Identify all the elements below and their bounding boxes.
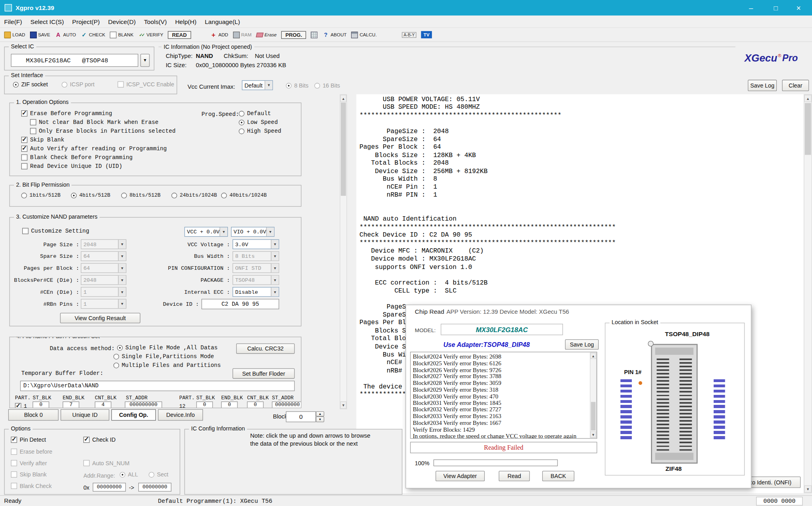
single-file-all-radio[interactable]: Single File Mode ,All Datas — [117, 345, 218, 351]
single-file-partitions-radio[interactable]: Single File,Partitions Mode — [113, 353, 214, 360]
check-id-checkbox[interactable]: Check ID — [84, 437, 116, 443]
vcc-offset-combobox[interactable]: VCC + 0.0V▼ — [184, 227, 228, 237]
toolbar-prog[interactable]: PROG. — [281, 31, 306, 38]
scroll-up-arrow[interactable]: ▲ — [804, 95, 812, 102]
toolbar-check[interactable]: ✓CHECK — [81, 31, 105, 38]
dropdown-arrow-icon[interactable]: ▼ — [266, 227, 274, 236]
block-number-field[interactable]: 0 — [286, 411, 316, 422]
scroll-up-arrow[interactable]: ▲ — [590, 353, 596, 359]
menu-file[interactable]: File(F) — [0, 18, 26, 25]
dropdown-arrow-icon[interactable]: ▼ — [265, 81, 272, 90]
toolbar-read[interactable]: READ — [168, 31, 191, 38]
toolbar-auto[interactable]: AAUTO — [55, 31, 76, 38]
tab-config-op[interactable]: Config Op. — [111, 409, 156, 421]
toolbar-save[interactable]: SAVE — [30, 31, 50, 38]
stblk-left-field[interactable]: 0 — [33, 401, 49, 408]
tab-device-info[interactable]: Device.Info — [158, 409, 203, 421]
toolbar-blank[interactable]: BLANK — [110, 31, 133, 38]
menu-device[interactable]: Device(D) — [104, 18, 140, 25]
left-panel-scrollbar[interactable]: ▲ ▼ — [340, 94, 347, 409]
staddr-left-field[interactable]: 000000000 — [125, 401, 162, 408]
bitflip-8bits-radio[interactable]: 8bits/512B — [121, 193, 161, 198]
vio-offset-combobox[interactable]: VIO + 0.0V▼ — [231, 227, 275, 237]
toolbar-about[interactable]: ?ABOUT — [322, 31, 347, 38]
select-ic-combobox[interactable]: MX30LF2G18AC @TSOP48 — [11, 54, 138, 67]
toolbar-ic-grid[interactable] — [311, 31, 318, 38]
speed-high-radio[interactable]: High Speed — [239, 128, 281, 134]
spinner-down-button[interactable]: ▼ — [316, 416, 324, 422]
cntblk-left-field[interactable]: 4 — [95, 401, 111, 408]
set-buffer-folder-button[interactable]: Set Buffer Floder — [233, 368, 295, 379]
auto-verify-checkbox[interactable]: Auto Verify after reading or Programming — [21, 145, 167, 152]
menu-help[interactable]: Help(H) — [171, 18, 201, 25]
only-erase-partitions-checkbox[interactable]: Only Erase blocks in Partitions selected — [30, 128, 175, 134]
calc-crc32-button[interactable]: Calcu. CRC32 — [236, 343, 295, 354]
minimize-button[interactable]: – — [740, 0, 761, 16]
temp-buffer-path-field[interactable]: D:\Xgpro\UserData\NAND — [20, 381, 295, 391]
dropdown-arrow-icon[interactable]: ▼ — [271, 240, 279, 249]
stblk-right-field[interactable]: 0 — [196, 401, 213, 408]
menu-language[interactable]: Language(L) — [201, 18, 244, 25]
cntblk-right-field[interactable]: 0 — [247, 401, 263, 408]
menu-tools[interactable]: Tools(V) — [140, 18, 171, 25]
menu-select-ic[interactable]: Select IC(S) — [26, 18, 68, 25]
view-config-result-button[interactable]: View Config Resault — [60, 313, 140, 323]
toolbar-calcu[interactable]: CALCU. — [351, 31, 377, 38]
skip-blank-checkbox[interactable]: Skip Blank — [21, 137, 64, 143]
dropdown-arrow-icon[interactable]: ▼ — [271, 287, 279, 296]
scroll-down-arrow[interactable]: ▼ — [804, 485, 812, 492]
dropdown-arrow-icon[interactable]: ▼ — [220, 227, 227, 236]
toolbar-ram[interactable]: RAM — [233, 31, 252, 38]
bitflip-1bits-radio[interactable]: 1bits/512B — [21, 193, 61, 198]
bitflip-40bits-radio[interactable]: 40bits/1024B — [221, 193, 267, 198]
vcc-voltage-combobox[interactable]: 3.0V▼ — [233, 239, 279, 249]
endblk-right-field[interactable]: 0 — [221, 401, 237, 408]
speed-low-radio[interactable]: Low Speed — [239, 119, 278, 126]
toolbar-add[interactable]: +ADD — [210, 31, 228, 38]
maximize-button[interactable]: □ — [765, 0, 786, 16]
menu-project[interactable]: Project(P) — [68, 18, 104, 25]
erase-before-programming-checkbox[interactable]: Erase Before Programming — [21, 110, 112, 117]
staddr-right-field[interactable]: 00000000 — [272, 401, 301, 408]
device-id-field[interactable]: C2 DA 90 95 — [201, 299, 279, 309]
vcc-imax-combobox[interactable]: Default▼ — [242, 80, 273, 90]
toolbar-load[interactable]: LOAD — [4, 31, 25, 38]
clear-button[interactable]: Clear — [782, 80, 809, 92]
read-uid-checkbox[interactable]: Read Device Unique ID (UID) — [21, 163, 122, 169]
internal-ecc-combobox[interactable]: Disable▼ — [233, 287, 279, 297]
partition-1-checkbox[interactable] — [15, 403, 22, 408]
addr-from-field[interactable]: 00000000 — [93, 483, 126, 492]
scroll-down-arrow[interactable]: ▼ — [340, 401, 346, 408]
toolbar-erase[interactable]: Erase — [256, 32, 277, 37]
verify-error-list[interactable]: Block#2024 Verify error Bytes: 2698 Bloc… — [410, 352, 597, 439]
select-ic-dropdown-button[interactable]: ▼ — [140, 54, 149, 67]
toolbar-verify[interactable]: ✓✓VERIFY — [138, 31, 163, 38]
save-log-button[interactable]: Save Log — [748, 80, 777, 92]
scroll-down-arrow[interactable]: ▼ — [590, 432, 596, 438]
dialog-back-button[interactable]: BACK — [542, 471, 574, 481]
scrollbar-thumb[interactable] — [341, 103, 346, 196]
dialog-save-log-button[interactable]: Save Log — [565, 339, 599, 350]
toolbar-ab-compare[interactable]: A-B-Y — [402, 32, 416, 38]
close-button[interactable]: × — [788, 0, 809, 16]
bitflip-4bits-radio[interactable]: 4bits/512B — [71, 193, 111, 198]
list-scrollbar[interactable]: ▲ ▼ — [590, 352, 597, 438]
speed-default-radio[interactable]: Default — [239, 110, 271, 117]
endblk-left-field[interactable]: 7 — [63, 401, 79, 408]
not-clear-bad-block-checkbox[interactable]: Not clear Bad Block Mark when Erase — [30, 119, 158, 126]
dialog-read-button[interactable]: Read — [499, 471, 530, 481]
tab-block0[interactable]: Block 0 — [8, 409, 59, 421]
log-scrollbar[interactable]: ▲ ▼ — [804, 94, 812, 493]
addr-to-field[interactable]: 00000000 — [138, 483, 171, 492]
zif-socket-radio[interactable]: ZIF socket — [13, 81, 48, 88]
multiple-files-radio[interactable]: Multiple Files and Partitions — [113, 362, 221, 369]
scrollbar-thumb[interactable] — [805, 103, 811, 155]
scroll-up-arrow[interactable]: ▲ — [340, 95, 346, 102]
spinner-up-button[interactable]: ▲ — [316, 411, 324, 416]
bitflip-24bits-radio[interactable]: 24bits/1024B — [171, 193, 217, 198]
blank-check-before-programming-checkbox[interactable]: Blank Check Before Programming — [21, 154, 133, 161]
toolbar-tv[interactable]: TV — [421, 31, 432, 38]
scrollbar-thumb[interactable] — [591, 402, 596, 430]
customize-setting-checkbox[interactable]: Customize Setting — [22, 228, 89, 234]
view-adapter-button[interactable]: View Adapter — [436, 471, 485, 481]
